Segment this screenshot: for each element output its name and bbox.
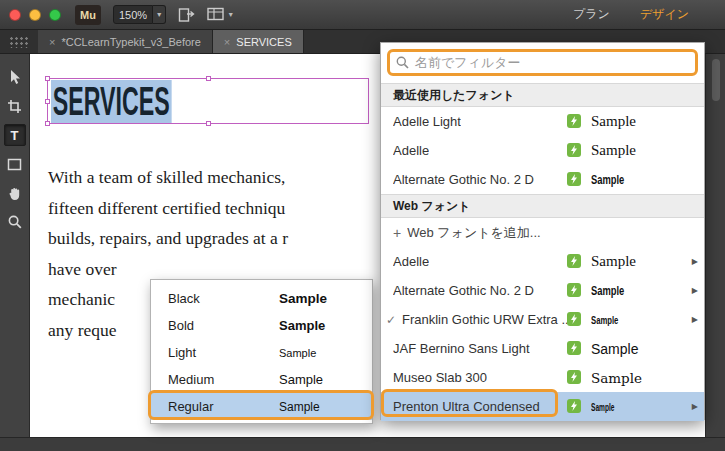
weight-sample: Sample (279, 347, 316, 359)
heading-text-frame[interactable]: SERVICES (47, 78, 369, 124)
menu-item-black[interactable]: Black Sample (151, 285, 372, 312)
selection-tool-button[interactable] (4, 66, 26, 88)
weight-label: Bold (168, 318, 194, 333)
body-line: With a team of skilled mechanics, (48, 162, 288, 193)
search-icon (396, 56, 409, 69)
tab-label: SERVICES (236, 36, 291, 48)
right-panel-edge (705, 54, 725, 437)
font-row-adelle-light[interactable]: Adelle Light Sample (381, 107, 704, 136)
add-web-fonts-row[interactable]: + Web フォントを追加... (381, 218, 704, 247)
vertical-scrollbar[interactable] (712, 59, 720, 101)
font-row-franklin-gothic[interactable]: ✓ Franklin Gothic URW Extra ... Sample ▶ (381, 305, 704, 334)
font-row-alternate-gothic[interactable]: Alternate Gothic No. 2 D Sample (381, 165, 704, 194)
submenu-chevron-icon: ▶ (692, 315, 698, 324)
toolbar-grip (0, 30, 38, 53)
font-name: Adelle Light (393, 114, 461, 129)
layout-mode-button[interactable]: ▼ (207, 7, 234, 22)
traffic-lights (9, 9, 61, 21)
close-window-button[interactable] (9, 9, 21, 21)
font-name: Franklin Gothic URW Extra ... (402, 312, 570, 327)
zoom-tool-button[interactable] (4, 211, 26, 233)
magnifier-icon (8, 215, 22, 229)
rectangle-icon (7, 158, 22, 171)
weight-sample: Sample (279, 318, 325, 333)
submenu-chevron-icon: ▶ (692, 402, 698, 411)
hand-tool-button[interactable] (4, 182, 26, 204)
mode-switcher: プラン デザイン (573, 6, 689, 23)
font-row-museo-slab[interactable]: Museo Slab 300 Sample (381, 363, 704, 392)
preview-page-button[interactable] (178, 7, 195, 23)
title-toolbar: Mu 150% ▼ ▼ プラン デザイン (0, 0, 725, 30)
typekit-sync-icon (567, 370, 581, 384)
font-name: Adelle (393, 143, 429, 158)
crop-tool-button[interactable] (4, 95, 26, 117)
font-row-prenton-ultra-condensed[interactable]: Prenton Ultra Condensed Sample ▶ (381, 392, 704, 421)
tools-panel: T (0, 54, 30, 437)
text-tool-button[interactable]: T (4, 124, 26, 146)
grip-dots-icon (9, 36, 29, 48)
typekit-sync-icon (567, 399, 581, 413)
typekit-sync-icon (567, 341, 581, 355)
typekit-sync-icon (567, 312, 581, 326)
adobe-muse-window: Mu 150% ▼ ▼ プラン デザイン × *CCLearnTypek (0, 0, 725, 451)
close-tab-icon[interactable]: × (224, 36, 230, 48)
font-sample: Sample (591, 253, 636, 270)
font-sample: Sample (591, 113, 636, 130)
font-filter-area: 名前でフィルター (381, 43, 704, 83)
plus-icon: + (393, 225, 401, 241)
frame-handle[interactable] (45, 99, 50, 104)
typekit-sync-icon (567, 172, 581, 186)
page-heading: SERVICES (51, 80, 259, 123)
font-row-jaf-bernino[interactable]: JAF Bernino Sans Light Sample (381, 334, 704, 363)
zoom-level-value: 150% (119, 9, 147, 21)
typekit-sync-icon (567, 143, 581, 157)
font-row-adelle[interactable]: Adelle Sample (381, 136, 704, 165)
font-weight-menu: Black Sample Bold Sample Light Sample Me… (150, 279, 373, 424)
recent-fonts-header: 最近使用したフォント (381, 83, 704, 107)
muse-logo: Mu (75, 5, 101, 25)
minimize-window-button[interactable] (29, 9, 41, 21)
tab-services[interactable]: × SERVICES (213, 30, 304, 53)
font-sample: Sample (591, 401, 614, 413)
plan-mode-link[interactable]: プラン (573, 6, 610, 23)
submenu-chevron-icon: ▶ (692, 286, 698, 295)
font-row-adelle-web[interactable]: Adelle Sample ▶ (381, 247, 704, 276)
weight-label: Black (168, 291, 200, 306)
frame-handle[interactable] (45, 121, 50, 126)
zoom-window-button[interactable] (49, 9, 61, 21)
font-filter-input[interactable]: 名前でフィルター (387, 49, 698, 76)
weight-label: Medium (168, 372, 214, 387)
tab-label: *CCLearnTypekit_v3_Before (61, 36, 200, 48)
hand-icon (8, 186, 22, 201)
design-mode-link[interactable]: デザイン (640, 6, 689, 23)
font-name: JAF Bernino Sans Light (393, 341, 530, 356)
body-line: builds, repairs, and upgrades at a r (48, 223, 288, 254)
weight-sample: Sample (279, 291, 327, 306)
menu-item-regular[interactable]: Regular Sample (151, 393, 372, 420)
menu-item-medium[interactable]: Medium Sample (151, 366, 372, 393)
weight-sample: Sample (279, 400, 320, 414)
tab-cclearntypekit[interactable]: × *CCLearnTypekit_v3_Before (38, 30, 213, 53)
font-sample: Sample (591, 283, 624, 298)
font-sample: Sample (591, 370, 642, 386)
crop-icon (7, 99, 22, 114)
zoom-dropdown-caret[interactable]: ▼ (153, 5, 166, 24)
chevron-down-icon: ▼ (227, 11, 234, 18)
menu-item-light[interactable]: Light Sample (151, 339, 372, 366)
body-line: fifteen different certified techniqu (48, 193, 288, 224)
text-tool-icon: T (11, 128, 19, 143)
selected-heading-text[interactable]: SERVICES (51, 80, 171, 123)
frame-handle[interactable] (45, 76, 50, 81)
zoom-level-control[interactable]: 150% (113, 5, 153, 24)
menu-item-bold[interactable]: Bold Sample (151, 312, 372, 339)
web-fonts-header: Web フォント (381, 194, 704, 218)
font-row-alternate-gothic-web[interactable]: Alternate Gothic No. 2 D Sample ▶ (381, 276, 704, 305)
rectangle-tool-button[interactable] (4, 153, 26, 175)
typekit-sync-icon (567, 114, 581, 128)
font-name: Alternate Gothic No. 2 D (393, 172, 534, 187)
add-web-fonts-label: Web フォントを追加... (407, 224, 540, 242)
typekit-sync-icon (567, 283, 581, 297)
close-tab-icon[interactable]: × (49, 36, 55, 48)
weight-label: Light (168, 345, 196, 360)
font-sample: Sample (591, 142, 636, 159)
